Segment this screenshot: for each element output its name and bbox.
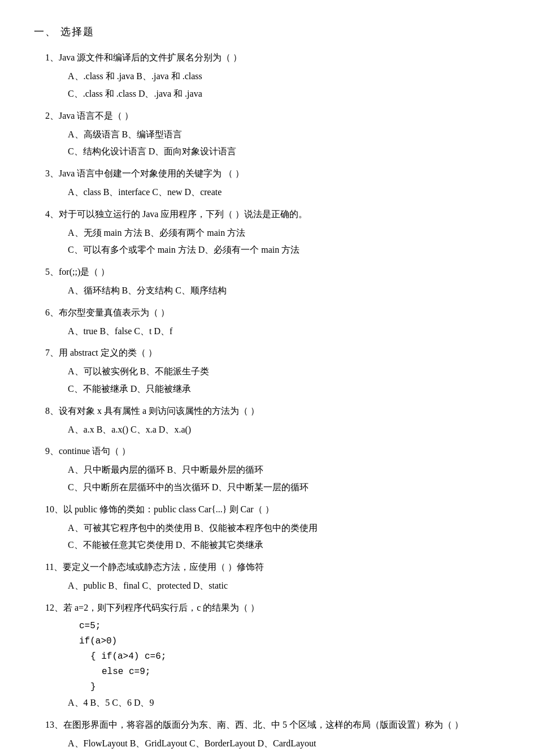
- question-3-text: 3、Java 语言中创建一个对象使用的关键字为 （ ）: [45, 166, 500, 182]
- question-6-options: A、true B、false C、t D、f: [45, 323, 500, 340]
- question-9: 9、continue 语句（ ） A、只中断最内层的循环 B、只中断最外层的循环…: [34, 443, 500, 495]
- option-row: A、public B、final C、protected D、static: [68, 578, 500, 594]
- option-row: A、4 B、5 C、6 D、9: [68, 695, 500, 711]
- code-line-5: }: [79, 680, 500, 695]
- question-6: 6、布尔型变量真值表示为（ ） A、true B、false C、t D、f: [34, 305, 500, 340]
- question-2: 2、Java 语言不是（ ） A、高级语言 B、编译型语言 C、结构化设计语言 …: [34, 108, 500, 160]
- option-row: A、可以被实例化 B、不能派生子类: [68, 364, 500, 380]
- option-row: A、true B、false C、t D、f: [68, 323, 500, 340]
- question-2-options: A、高级语言 B、编译型语言 C、结构化设计语言 D、面向对象设计语言: [45, 127, 500, 161]
- option-row: C、只中断所在层循环中的当次循环 D、只中断某一层的循环: [68, 479, 500, 496]
- question-1-options: A、.class 和 .java B、.java 和 .class C、.cla…: [45, 68, 500, 102]
- option-row: A、a.x B、a.x() C、x.a D、x.a(): [68, 422, 500, 438]
- option-row: A、可被其它程序包中的类使用 B、仅能被本程序包中的类使用: [68, 520, 500, 537]
- code-line-3: { if(a>4) c=6;: [79, 649, 500, 664]
- option-row: A、.class 和 .java B、.java 和 .class: [68, 68, 500, 85]
- question-12-options: A、4 B、5 C、6 D、9: [45, 695, 500, 711]
- question-12-code: c=5; if(a>0) { if(a>4) c=6; else c=9; }: [45, 619, 500, 695]
- question-11-options: A、public B、final C、protected D、static: [45, 578, 500, 594]
- question-4-text: 4、对于可以独立运行的 Java 应用程序，下列（ ）说法是正确的。: [45, 206, 500, 223]
- option-row: A、只中断最内层的循环 B、只中断最外层的循环: [68, 462, 500, 478]
- question-5-options: A、循环结构 B、分支结构 C、顺序结构: [45, 283, 500, 299]
- option-row: A、FlowLayout B、GridLayout C、BorderLayout…: [68, 736, 500, 752]
- option-row: C、不能被继承 D、只能被继承: [68, 381, 500, 398]
- question-5: 5、for(;;)是（ ） A、循环结构 B、分支结构 C、顺序结构: [34, 264, 500, 299]
- option-row: A、无须 main 方法 B、必须有两个 main 方法: [68, 225, 500, 241]
- question-13-text: 13、在图形界面中，将容器的版面分为东、南、西、北、中 5 个区域，这样的布局（…: [45, 717, 500, 733]
- option-row: C、结构化设计语言 D、面向对象设计语言: [68, 144, 500, 160]
- question-8: 8、设有对象 x 具有属性 a 则访问该属性的方法为（ ） A、a.x B、a.…: [34, 403, 500, 438]
- question-8-options: A、a.x B、a.x() C、x.a D、x.a(): [45, 422, 500, 438]
- question-4-options: A、无须 main 方法 B、必须有两个 main 方法 C、可以有多个或零个 …: [45, 225, 500, 259]
- question-6-text: 6、布尔型变量真值表示为（ ）: [45, 305, 500, 321]
- question-13: 13、在图形界面中，将容器的版面分为东、南、西、北、中 5 个区域，这样的布局（…: [34, 717, 500, 752]
- question-7-text: 7、用 abstract 定义的类（ ）: [45, 345, 500, 361]
- question-10-options: A、可被其它程序包中的类使用 B、仅能被本程序包中的类使用 C、不能被任意其它类…: [45, 520, 500, 554]
- question-2-text: 2、Java 语言不是（ ）: [45, 108, 500, 124]
- section: 一、 选择题 1、Java 源文件和编译后的文件扩展名分别为（ ） A、.cla…: [34, 23, 500, 756]
- question-1: 1、Java 源文件和编译后的文件扩展名分别为（ ） A、.class 和 .j…: [34, 50, 500, 102]
- option-row: A、高级语言 B、编译型语言: [68, 127, 500, 143]
- question-8-text: 8、设有对象 x 具有属性 a 则访问该属性的方法为（ ）: [45, 403, 500, 420]
- section-title: 一、 选择题: [34, 23, 500, 41]
- question-11: 11、要定义一个静态域或静态方法，应使用（ ）修饰符 A、public B、fi…: [34, 559, 500, 594]
- code-line-4: else c=9;: [79, 664, 500, 680]
- question-3: 3、Java 语言中创建一个对象使用的关键字为 （ ） A、class B、in…: [34, 166, 500, 201]
- option-row: C、.class 和 .class D、.java 和 .java: [68, 86, 500, 102]
- question-13-options: A、FlowLayout B、GridLayout C、BorderLayout…: [45, 736, 500, 752]
- question-1-text: 1、Java 源文件和编译后的文件扩展名分别为（ ）: [45, 50, 500, 66]
- question-7: 7、用 abstract 定义的类（ ） A、可以被实例化 B、不能派生子类 C…: [34, 345, 500, 397]
- question-12-text: 12、若 a=2，则下列程序代码实行后，c 的结果为（ ）: [45, 600, 500, 616]
- option-row: A、循环结构 B、分支结构 C、顺序结构: [68, 283, 500, 299]
- question-11-text: 11、要定义一个静态域或静态方法，应使用（ ）修饰符: [45, 559, 500, 576]
- question-9-options: A、只中断最内层的循环 B、只中断最外层的循环 C、只中断所在层循环中的当次循环…: [45, 462, 500, 496]
- code-line-1: c=5;: [79, 619, 500, 634]
- question-10-text: 10、以 public 修饰的类如：public class Car{...} …: [45, 502, 500, 518]
- option-row: C、可以有多个或零个 main 方法 D、必须有一个 main 方法: [68, 242, 500, 258]
- question-10: 10、以 public 修饰的类如：public class Car{...} …: [34, 502, 500, 554]
- question-12: 12、若 a=2，则下列程序代码实行后，c 的结果为（ ） c=5; if(a>…: [34, 600, 500, 712]
- option-row: C、不能被任意其它类使用 D、不能被其它类继承: [68, 537, 500, 554]
- question-3-options: A、class B、interface C、new D、create: [45, 184, 500, 201]
- question-4: 4、对于可以独立运行的 Java 应用程序，下列（ ）说法是正确的。 A、无须 …: [34, 206, 500, 258]
- code-line-2: if(a>0): [79, 634, 500, 649]
- question-7-options: A、可以被实例化 B、不能派生子类 C、不能被继承 D、只能被继承: [45, 364, 500, 398]
- question-9-text: 9、continue 语句（ ）: [45, 443, 500, 460]
- option-row: A、class B、interface C、new D、create: [68, 184, 500, 201]
- question-5-text: 5、for(;;)是（ ）: [45, 264, 500, 280]
